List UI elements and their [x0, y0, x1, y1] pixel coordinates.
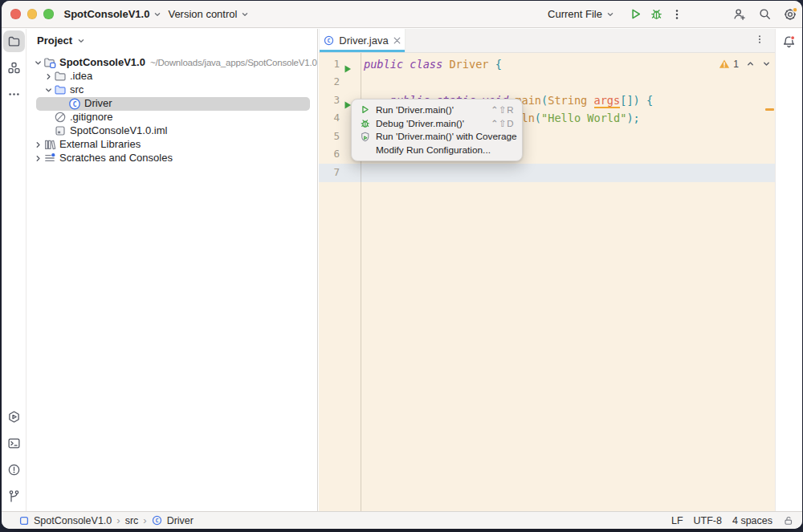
structure-tool-button[interactable]: [3, 57, 25, 79]
code-line-1[interactable]: 1public class Driver {: [319, 55, 775, 74]
menu-item-modify-run-configuration[interactable]: Modify Run Configuration...: [352, 144, 522, 157]
tree-item-scratches[interactable]: Scratches and Consoles: [27, 152, 317, 165]
svg-text:C: C: [72, 99, 76, 108]
next-problem-chevron-icon[interactable]: [762, 59, 771, 68]
close-window-button[interactable]: [10, 9, 21, 19]
menu-item-shortcut: ⌃⇧D: [484, 118, 514, 129]
breadcrumb-driver[interactable]: Driver: [167, 515, 194, 526]
debug-icon: [360, 118, 371, 129]
tree-item-iml-file[interactable]: SpotConsoleV1.0.iml: [27, 124, 317, 138]
settings-badge: [793, 7, 797, 12]
more-tool-windows-button[interactable]: [3, 83, 25, 105]
code-editor[interactable]: 1public class Driver {23 public static v…: [319, 53, 775, 511]
menu-item-debug[interactable]: Debug 'Driver.main()' ⌃⇧D: [352, 116, 522, 130]
chevron-right-icon: [34, 154, 43, 163]
line-ending-indicator[interactable]: LF: [671, 515, 683, 526]
notifications-button[interactable]: [781, 35, 797, 51]
java-class-icon: C: [324, 35, 334, 46]
kebab-menu-icon: [754, 34, 765, 45]
menu-item-label: Debug 'Driver.main()': [376, 118, 464, 129]
tree-item-project-root[interactable]: SpotConsoleV1.0 ~/Downloads/java_apps/Sp…: [27, 56, 317, 70]
coverage-icon: [360, 132, 371, 143]
vcs-menu[interactable]: Version control: [168, 8, 249, 20]
ide-window: SpotConsoleV1.0 Version control Current …: [2, 1, 802, 529]
indent-indicator[interactable]: 4 spaces: [732, 515, 772, 526]
run-configuration-selector[interactable]: Current File: [548, 8, 614, 20]
right-tool-stripe: [775, 29, 802, 511]
tree-item-label: SpotConsoleV1.0: [59, 56, 145, 69]
traffic-lights: [2, 9, 54, 19]
git-branch-icon: [7, 489, 21, 503]
titlebar-right-actions: Current File: [548, 4, 802, 25]
inspection-widget[interactable]: 1: [719, 57, 771, 71]
menu-item-run-with-coverage[interactable]: Run 'Driver.main()' with Coverage: [352, 130, 522, 144]
status-bar: SpotConsoleV1.0 › src › C Driver LF UTF-…: [2, 511, 802, 529]
tree-item-external-libraries[interactable]: External Libraries: [27, 138, 317, 152]
encoding-indicator[interactable]: UTF-8: [694, 515, 722, 526]
tree-item-driver-class[interactable]: C Driver: [27, 97, 317, 111]
warning-icon: [719, 59, 730, 69]
search-everywhere-button[interactable]: [754, 4, 775, 25]
user-plus-icon: [732, 7, 746, 21]
vcs-menu-label: Version control: [168, 8, 237, 20]
project-tool-button[interactable]: [3, 30, 25, 52]
warning-count: 1: [733, 59, 739, 70]
services-tool-button[interactable]: [3, 406, 25, 428]
tree-item-idea-folder[interactable]: .idea: [27, 70, 317, 83]
tab-driver-java[interactable]: C Driver.java: [320, 29, 406, 52]
line-number: 3: [319, 91, 340, 110]
run-button[interactable]: [625, 4, 646, 25]
run-context-menu: Run 'Driver.main()' ⌃⇧R Debug 'Driver.ma…: [351, 99, 523, 161]
tab-close-button[interactable]: [393, 37, 401, 44]
breadcrumbs: SpotConsoleV1.0 › src › C Driver: [2, 514, 194, 526]
project-panel-title: Project: [37, 35, 72, 47]
chevron-down-icon: [606, 10, 614, 18]
module-icon: [19, 516, 29, 526]
menu-item-shortcut: ⌃⇧R: [484, 104, 514, 116]
write-access-lock-icon[interactable]: [783, 515, 794, 526]
code-line-2[interactable]: 2: [319, 73, 775, 91]
svg-text:C: C: [155, 518, 158, 524]
breadcrumb-project[interactable]: SpotConsoleV1.0: [34, 515, 112, 526]
project-folder-icon: [43, 56, 56, 69]
tab-options-button[interactable]: [754, 34, 775, 47]
libraries-icon: [43, 138, 56, 151]
folder-icon: [7, 35, 21, 48]
debug-icon: [650, 7, 663, 21]
project-menu[interactable]: SpotConsoleV1.0: [64, 8, 162, 20]
java-class-icon: C: [68, 97, 81, 111]
folder-icon: [54, 70, 67, 83]
menu-item-label: Run 'Driver.main()' with Coverage: [376, 131, 517, 142]
chevron-right-icon: [44, 72, 53, 81]
problems-tool-button[interactable]: [3, 459, 25, 481]
terminal-tool-button[interactable]: [3, 433, 25, 454]
previous-problem-chevron-icon[interactable]: [746, 59, 755, 68]
code-line-7[interactable]: 7: [319, 164, 775, 182]
left-tool-stripe: [2, 29, 26, 511]
minimize-window-button[interactable]: [27, 9, 38, 19]
tree-item-label: .idea: [70, 70, 92, 83]
zoom-window-button[interactable]: [43, 9, 54, 19]
line-number: 5: [319, 128, 340, 146]
more-actions-button[interactable]: [666, 4, 687, 25]
title-bar: SpotConsoleV1.0 Version control Current …: [2, 1, 802, 28]
more-icon: [7, 87, 21, 101]
tree-item-gitignore[interactable]: .gitignore: [27, 111, 317, 124]
vcs-tool-button[interactable]: [3, 485, 25, 507]
debug-button[interactable]: [646, 4, 666, 25]
chevron-down-icon: [77, 37, 85, 45]
warning-stripe-mark[interactable]: [765, 108, 774, 111]
services-icon: [7, 410, 21, 424]
settings-button[interactable]: [780, 4, 801, 25]
terminal-icon: [7, 437, 21, 450]
tree-item-src-folder[interactable]: src: [27, 83, 317, 97]
java-class-icon: C: [152, 515, 162, 526]
tree-item-label: External Libraries: [59, 138, 141, 151]
tree-item-label: Driver: [84, 97, 112, 110]
breadcrumb-src[interactable]: src: [125, 515, 139, 526]
project-panel-header[interactable]: Project: [27, 29, 317, 52]
breadcrumb-separator: ›: [143, 514, 146, 526]
menu-item-run[interactable]: Run 'Driver.main()' ⌃⇧R: [352, 104, 522, 117]
code-with-me-button[interactable]: [728, 4, 749, 25]
line-number: 2: [319, 73, 340, 91]
